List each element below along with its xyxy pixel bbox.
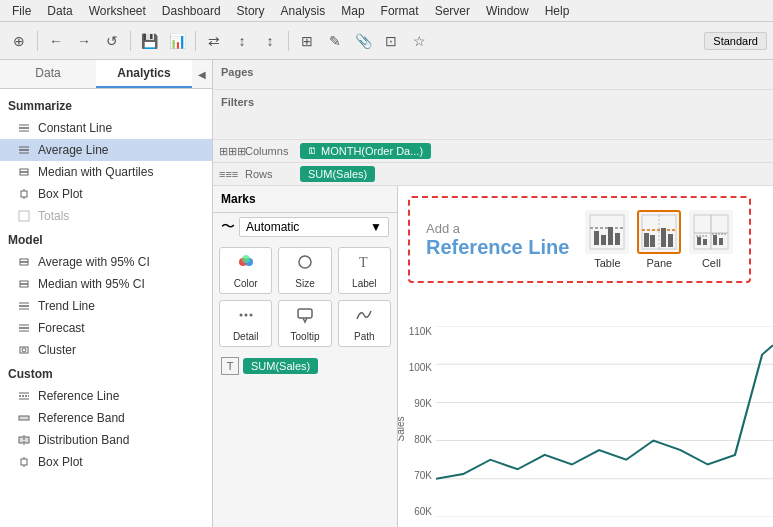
box-plot-custom-label: Box Plot bbox=[38, 455, 204, 469]
forward-btn[interactable]: → bbox=[71, 28, 97, 54]
size-card-icon bbox=[295, 252, 315, 276]
item-totals[interactable]: Totals bbox=[0, 205, 212, 227]
distribution-band-label: Distribution Band bbox=[38, 433, 204, 447]
menu-analysis[interactable]: Analysis bbox=[273, 2, 334, 20]
undo-btn[interactable]: ↺ bbox=[99, 28, 125, 54]
menu-server[interactable]: Server bbox=[427, 2, 478, 20]
annotate-btn[interactable]: 📎 bbox=[350, 28, 376, 54]
menu-window[interactable]: Window bbox=[478, 2, 537, 20]
item-constant-line[interactable]: Constant Line bbox=[0, 117, 212, 139]
marks-card-label[interactable]: T Label bbox=[338, 247, 391, 294]
swap-btn[interactable]: ⇄ bbox=[201, 28, 227, 54]
columns-pill[interactable]: 🗓 MONTH(Order Da...) bbox=[300, 143, 431, 159]
y-label-2: 90K bbox=[414, 398, 432, 409]
marks-panel: Marks 〜 Automatic ▼ bbox=[213, 186, 398, 527]
ref-option-pane-label: Pane bbox=[647, 257, 673, 269]
marks-type-row: 〜 Automatic ▼ bbox=[213, 213, 397, 241]
item-median-95ci[interactable]: Median with 95% CI bbox=[0, 273, 212, 295]
reference-band-icon bbox=[16, 410, 32, 426]
svg-rect-41 bbox=[298, 309, 312, 318]
ref-option-cell[interactable]: Cell bbox=[689, 210, 733, 269]
sort-btn[interactable]: ↕ bbox=[229, 28, 255, 54]
item-box-plot-custom[interactable]: Box Plot bbox=[0, 451, 212, 473]
chart-svg bbox=[436, 326, 773, 517]
marks-card-tooltip[interactable]: Tooltip bbox=[278, 300, 331, 347]
rows-shelf: ≡≡≡ Rows SUM(Sales) bbox=[213, 163, 773, 186]
ref-line-title-text: Reference Line bbox=[426, 236, 569, 259]
svg-point-23 bbox=[22, 348, 26, 352]
marks-card-detail[interactable]: Detail bbox=[219, 300, 272, 347]
marks-cards: Color Size T bbox=[213, 241, 397, 353]
menu-map[interactable]: Map bbox=[333, 2, 372, 20]
rows-pill[interactable]: SUM(Sales) bbox=[300, 166, 375, 182]
svg-rect-8 bbox=[21, 191, 27, 197]
move-tool-btn[interactable]: ⊕ bbox=[6, 28, 32, 54]
ref-option-table[interactable]: Table bbox=[585, 210, 629, 269]
item-forecast[interactable]: Forecast bbox=[0, 317, 212, 339]
detail-card-icon bbox=[236, 305, 256, 329]
item-distribution-band[interactable]: Distribution Band bbox=[0, 429, 212, 451]
forecast-icon bbox=[16, 320, 32, 336]
tooltip-btn[interactable]: ✎ bbox=[322, 28, 348, 54]
menu-file[interactable]: File bbox=[4, 2, 39, 20]
item-reference-line[interactable]: Reference Line bbox=[0, 385, 212, 407]
menu-worksheet[interactable]: Worksheet bbox=[81, 2, 154, 20]
ref-option-pane[interactable]: Pane bbox=[637, 210, 681, 269]
svg-rect-30 bbox=[21, 459, 27, 465]
marks-card-size[interactable]: Size bbox=[278, 247, 331, 294]
tab-data[interactable]: Data bbox=[0, 60, 96, 88]
menu-help[interactable]: Help bbox=[537, 2, 578, 20]
item-reference-band[interactable]: Reference Band bbox=[0, 407, 212, 429]
menu-bar: File Data Worksheet Dashboard Story Anal… bbox=[0, 0, 773, 22]
marks-sum-pill[interactable]: SUM(Sales) bbox=[243, 358, 318, 374]
svg-text:T: T bbox=[359, 255, 368, 270]
standard-btn[interactable]: Standard bbox=[704, 32, 767, 50]
constant-line-label: Constant Line bbox=[38, 121, 204, 135]
ref-line-options: Table bbox=[585, 210, 733, 269]
filters-label: Filters bbox=[221, 94, 765, 110]
svg-rect-47 bbox=[615, 233, 620, 245]
new-datasource-btn[interactable]: 📊 bbox=[164, 28, 190, 54]
left-panel: Data Analytics ◀ Summarize Constant Line… bbox=[0, 60, 213, 527]
median-95ci-icon bbox=[16, 276, 32, 292]
ref-option-cell-img bbox=[689, 210, 733, 254]
marks-card-color[interactable]: Color bbox=[219, 247, 272, 294]
menu-dashboard[interactable]: Dashboard bbox=[154, 2, 229, 20]
tooltip-card-icon bbox=[295, 305, 315, 329]
marks-sum-row: T SUM(Sales) bbox=[213, 353, 397, 379]
svg-point-36 bbox=[299, 256, 311, 268]
menu-data[interactable]: Data bbox=[39, 2, 80, 20]
columns-label: Columns bbox=[245, 145, 300, 157]
path-card-icon bbox=[354, 305, 374, 329]
item-average-line[interactable]: Average Line bbox=[0, 139, 212, 161]
marks-card-path[interactable]: Path bbox=[338, 300, 391, 347]
sort2-btn[interactable]: ↕ bbox=[257, 28, 283, 54]
back-btn[interactable]: ← bbox=[43, 28, 69, 54]
tab-analytics[interactable]: Analytics bbox=[96, 60, 192, 88]
svg-rect-58 bbox=[697, 237, 701, 245]
item-avg-95ci[interactable]: Average with 95% CI bbox=[0, 251, 212, 273]
svg-rect-51 bbox=[644, 233, 649, 247]
svg-rect-54 bbox=[668, 234, 673, 247]
marks-type-select[interactable]: Automatic ▼ bbox=[239, 217, 389, 237]
item-trend-line[interactable]: Trend Line bbox=[0, 295, 212, 317]
toolbar-divider-4 bbox=[288, 31, 289, 51]
item-median-quartiles[interactable]: Median with Quartiles bbox=[0, 161, 212, 183]
totals-icon bbox=[16, 208, 32, 224]
menu-story[interactable]: Story bbox=[229, 2, 273, 20]
totals-label: Totals bbox=[38, 209, 204, 223]
section-summarize: Summarize bbox=[0, 93, 212, 117]
item-box-plot-summarize[interactable]: Box Plot bbox=[0, 183, 212, 205]
box-plot-summarize-icon bbox=[16, 186, 32, 202]
fit-btn[interactable]: ⊞ bbox=[294, 28, 320, 54]
item-cluster[interactable]: Cluster bbox=[0, 339, 212, 361]
save-btn[interactable]: 💾 bbox=[136, 28, 162, 54]
panel-collapse-arrow[interactable]: ◀ bbox=[192, 60, 212, 88]
detail-card-label: Detail bbox=[233, 331, 259, 342]
menu-format[interactable]: Format bbox=[373, 2, 427, 20]
ref-line-overlay: Add a Reference Line bbox=[408, 196, 751, 283]
star-btn[interactable]: ☆ bbox=[406, 28, 432, 54]
caption-btn[interactable]: ⊡ bbox=[378, 28, 404, 54]
marks-type-icon: 〜 bbox=[221, 218, 235, 236]
columns-shelf: ⊞⊞⊞ Columns 🗓 MONTH(Order Da...) bbox=[213, 140, 773, 163]
